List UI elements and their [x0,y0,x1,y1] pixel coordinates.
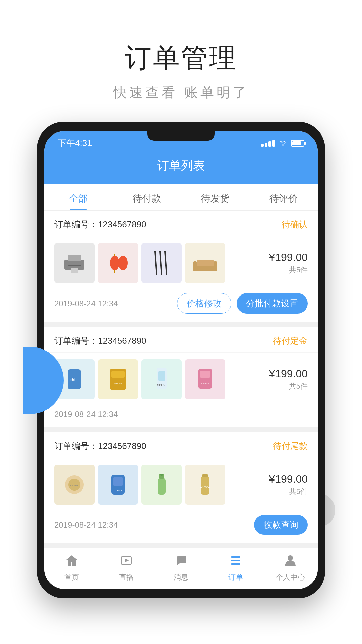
payment-query-button[interactable]: 收款查询 [254,515,308,535]
svg-rect-37 [201,476,209,495]
svg-rect-16 [197,260,214,266]
svg-rect-26 [200,371,210,378]
svg-rect-44 [231,563,240,565]
order-1-date: 2019-08-24 12:34 [54,299,118,308]
svg-rect-32 [113,477,123,486]
svg-line-11 [160,251,162,275]
status-time: 下午4:31 [58,137,92,149]
order-3-footer: 2019-08-24 12:34 收款查询 [44,512,318,543]
order-1-price-block: ¥199.00 共5件 [261,251,308,275]
message-icon [174,554,188,570]
product-img-lantern [98,243,138,283]
order-2-status: 待付定金 [273,335,308,347]
order-3-date: 2019-08-24 12:34 [54,520,118,530]
batch-payment-button[interactable]: 分批付款设置 [237,293,308,314]
nav-item-live[interactable]: 直播 [99,554,154,582]
home-icon [65,554,78,570]
svg-point-5 [118,256,128,270]
page-subtitle: 快速查看 账单明了 [113,83,248,102]
product-img-supplement: Swisse [185,359,225,399]
svg-line-12 [165,251,167,275]
profile-icon [284,554,297,570]
product-img-serum: ANESSA [185,465,225,505]
order-card-1: 订单编号：1234567890 待确认 [44,211,318,322]
order-1-number: 订单编号：1234567890 [54,219,146,230]
order-1-header: 订单编号：1234567890 待确认 [44,211,318,236]
product-img-chopsticks [141,243,182,283]
order-1-count: 共5件 [261,265,308,275]
svg-line-10 [155,251,157,275]
product-img-printer [54,243,95,283]
svg-text:ANESSA: ANESSA [200,486,210,488]
order-3-number: 订单编号：1234567890 [54,440,146,452]
order-2-number: 订单编号：1234567890 [54,335,146,347]
order-3-price: ¥199.00 [261,473,308,485]
order-3-count: 共5件 [261,487,308,497]
nav-item-home[interactable]: 首页 [44,554,99,582]
svg-text:CANDY: CANDY [70,484,79,487]
product-img-snack: Monde [98,359,138,399]
order-3-actions: 收款查询 [254,515,308,535]
svg-text:SPF50: SPF50 [157,383,166,387]
product-img-candy: CANDY [54,465,95,505]
order-3-status: 待付尾款 [273,440,308,452]
order-2-price: ¥199.00 [261,368,308,380]
order-2-footer: 2019-08-24 12:34 [44,406,318,427]
phone-screen: 下午4:31 [44,131,318,589]
wifi-icon [279,139,287,148]
svg-text:Swisse: Swisse [201,382,209,385]
tab-pending-payment[interactable]: 待付款 [113,184,181,210]
product-img-lotion [141,465,182,505]
bottom-nav: 首页 直播 [44,548,318,589]
svg-text:chips: chips [70,378,78,382]
product-img-sofa [185,243,225,283]
tab-pending-delivery[interactable]: 待发货 [181,184,249,210]
phone-notch [147,131,215,141]
order-2-products: chips Monde [44,353,318,406]
svg-text:Monde: Monde [114,382,122,385]
nav-label-home: 首页 [64,572,79,582]
svg-rect-23 [158,371,165,381]
svg-rect-15 [214,261,217,271]
product-img-sunscreen: SPF50 [141,359,182,399]
tab-all[interactable]: 全部 [44,184,113,210]
nav-item-profile[interactable]: 个人中心 [263,554,318,582]
svg-rect-34 [158,478,166,495]
order-1-price: ¥199.00 [261,251,308,264]
product-img-cleaner: CLEAN [98,465,138,505]
order-card-2: 订单编号：1234567890 待付定金 chips [44,327,318,427]
svg-rect-20 [111,371,125,378]
live-icon [120,554,133,570]
nav-label-message: 消息 [174,572,188,582]
svg-rect-14 [193,261,197,271]
svg-rect-1 [68,255,81,261]
app-header: 订单列表 [44,152,318,184]
nav-item-orders[interactable]: 订单 [208,554,263,582]
order-2-date: 2019-08-24 12:34 [54,410,118,419]
svg-point-4 [110,256,119,270]
battery-icon [291,140,304,147]
order-1-products: ¥199.00 共5件 [44,236,318,290]
order-1-status: 待确认 [282,219,308,230]
svg-text:CLEAN: CLEAN [114,489,123,492]
svg-marker-41 [125,558,129,562]
app-header-title: 订单列表 [157,159,205,172]
page-title: 订单管理 [113,40,248,76]
order-card-3: 订单编号：1234567890 待付尾款 CANDY [44,432,318,543]
price-modify-button[interactable]: 价格修改 [177,293,231,314]
order-3-products: CANDY CLEAN [44,458,318,512]
svg-point-36 [160,474,163,476]
orders-container: 订单编号：1234567890 待确认 [44,211,318,543]
tab-pending-review[interactable]: 待评价 [249,184,318,210]
nav-label-profile: 个人中心 [276,572,305,582]
order-3-header: 订单编号：1234567890 待付尾款 [44,432,318,458]
svg-rect-43 [231,560,240,561]
order-2-count: 共5件 [261,381,308,391]
orders-icon [229,554,242,570]
order-2-header: 订单编号：1234567890 待付定金 [44,327,318,353]
tab-bar: 全部 待付款 待发货 待评价 [44,184,318,211]
svg-rect-3 [71,268,78,273]
nav-item-message[interactable]: 消息 [154,554,208,582]
svg-point-45 [288,555,293,561]
order-1-footer: 2019-08-24 12:34 价格修改 分批付款设置 [44,290,318,322]
